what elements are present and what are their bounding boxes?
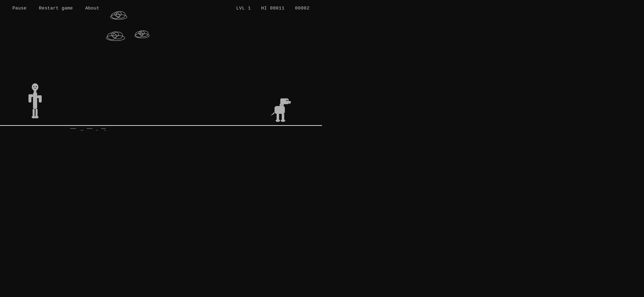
svg-point-25 (34, 116, 38, 118)
level-display: LVL 1 (236, 6, 251, 11)
hi-score-display: HI 00011 (261, 6, 285, 11)
restart-game-button[interactable]: Restart game (39, 6, 73, 11)
svg-rect-37 (283, 108, 284, 111)
svg-marker-32 (270, 112, 274, 116)
about-button[interactable]: About (85, 6, 100, 11)
svg-point-9 (136, 32, 143, 37)
score-display: 00002 (295, 6, 310, 11)
nav-left: Pause Restart game About (12, 6, 99, 11)
navigation: Pause Restart game About LVL 1 HI 00011 … (0, 0, 322, 17)
svg-rect-26 (280, 98, 288, 104)
svg-rect-16 (34, 90, 36, 92)
dash-4 (96, 130, 98, 131)
svg-rect-17 (33, 92, 37, 109)
pause-button[interactable]: Pause (12, 6, 27, 11)
cloud-2 (105, 30, 126, 42)
svg-rect-19 (28, 94, 31, 102)
dash-6 (104, 130, 106, 131)
svg-rect-21 (39, 95, 42, 102)
svg-point-27 (286, 100, 288, 101)
svg-point-35 (281, 119, 285, 122)
svg-point-12 (32, 83, 38, 91)
dash-3 (87, 128, 92, 129)
dash-1 (70, 128, 76, 129)
dino-character (270, 97, 291, 125)
cloud-3 (134, 29, 150, 39)
svg-rect-29 (288, 103, 290, 104)
ground-line (0, 125, 322, 126)
dash-2 (80, 130, 84, 131)
cactus-character (27, 83, 43, 125)
svg-point-36 (276, 119, 280, 122)
nav-right: LVL 1 HI 00011 00002 (236, 6, 310, 11)
svg-point-14 (36, 86, 37, 87)
dash-5 (101, 128, 106, 129)
svg-point-13 (34, 86, 34, 87)
